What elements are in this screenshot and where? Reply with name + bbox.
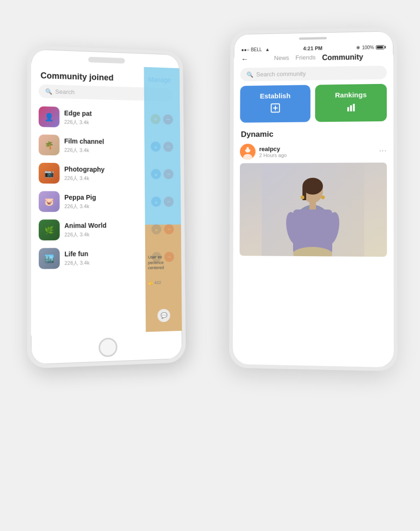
svg-point-9 [244,144,247,150]
community-meta: 226人 3.4k [64,203,147,210]
left-phone-shell: Community joined Manage 🔍 Search 👤 [27,45,186,369]
rankings-button[interactable]: Rankings [315,84,387,122]
right-phone-screen: ●●○ BELL ▲ 4:21 PM ❋ 100% ← [233,41,394,367]
establish-button[interactable]: Establish [240,85,310,123]
post-item: realpcy 2 Hours ago ··· [233,143,394,257]
rankings-icon [345,102,357,115]
tab-community[interactable]: Community [320,53,365,62]
post-user-info: realpcy 2 Hours ago [259,145,375,158]
post-username: realpcy [259,145,375,153]
community-name: Photography [64,165,147,175]
avatar [240,144,255,160]
post-image [239,162,387,257]
left-phone-screen: Community joined Manage 🔍 Search 👤 [31,63,182,335]
chat-icon: 💬 [157,309,170,322]
search-icon: 🔍 [45,88,52,95]
svg-rect-5 [353,104,355,112]
tab-news[interactable]: News [272,54,291,63]
overlay-text: User experiencecentered [148,254,180,271]
action-buttons: Establish Rankings [240,84,387,123]
scene: Community joined Manage 🔍 Search 👤 [0,0,420,531]
svg-point-10 [249,144,252,150]
svg-rect-3 [347,107,349,112]
community-meta: 226人 3.4k [64,119,147,127]
community-thumb-edge: 👤 [39,106,60,127]
community-info-animal: Animal World 226人 3.4k [64,221,147,238]
status-battery: ❋ 100% [357,44,386,50]
post-user-row: realpcy 2 Hours ago ··· [240,143,387,160]
community-info-edge: Edge pat 226人 3.4k [64,109,146,127]
community-meta: 226人 3.4k [64,175,147,182]
battery-icon [376,45,385,49]
establish-label: Establish [260,91,291,100]
bluetooth-icon: ❋ [357,45,360,50]
community-thumb-life: 🏙️ [39,248,60,269]
wifi-icon: ▲ [265,47,270,52]
community-info-peppa: Peppa Pig 226人 3.4k [64,193,147,210]
search-icon: 🔍 [246,71,253,78]
svg-point-20 [301,196,304,199]
community-meta: 226人 3.4k [64,259,147,267]
community-name: Animal World [64,221,147,230]
svg-rect-4 [350,105,352,112]
svg-point-21 [321,196,325,199]
community-meta: 226人 3.4k [64,231,147,238]
left-search-placeholder: Search [55,88,74,96]
left-phone: Community joined Manage 🔍 Search 👤 [27,45,186,369]
overlay-likes: 👍 422 [148,280,161,285]
tab-friends[interactable]: Friends [294,54,317,63]
right-search-placeholder: Search community [256,70,306,77]
signal-dots: ●●○ BELL [241,47,262,52]
establish-icon [270,102,281,116]
dynamic-section-title: Dynamic [234,127,394,144]
community-thumb-film: 🌴 [39,134,60,155]
community-name: Film channel [64,137,147,147]
status-time: 4:21 PM [303,45,322,51]
community-name: Peppa Pig [64,193,147,202]
community-info-photo: Photography 226人 3.4k [64,165,147,182]
community-thumb-animal: 🌿 [39,219,60,240]
partial-overlay: User experiencecentered 👍 422 💬 [144,67,182,332]
community-meta: 226人 3.4k [64,147,147,154]
community-thumb-photo: 📷 [39,163,60,184]
status-signal: ●●○ BELL ▲ [241,47,270,52]
back-button[interactable]: ← [241,55,249,63]
community-thumb-peppa: 🐷 [39,191,60,212]
right-phone: ●●○ BELL ▲ 4:21 PM ❋ 100% ← [229,27,398,371]
right-phone-shell: ●●○ BELL ▲ 4:21 PM ❋ 100% ← [229,27,398,371]
community-name: Life fun [64,249,147,259]
post-more-button[interactable]: ··· [379,147,387,155]
rankings-label: Rankings [335,91,367,99]
post-time: 2 Hours ago [259,152,375,158]
nav-bar: ← News Friends Community [234,50,393,66]
community-name: Edge pat [64,109,146,119]
community-info-life: Life fun 226人 3.4k [64,249,147,267]
nav-tabs: News Friends Community [252,53,386,63]
svg-rect-16 [309,202,316,210]
community-info-film: Film channel 226人 3.4k [64,137,147,155]
right-search-bar[interactable]: 🔍 Search community [240,66,387,82]
home-button[interactable] [98,337,117,357]
battery-level: 100% [362,45,374,50]
community-joined-title: Community joined [41,71,114,83]
